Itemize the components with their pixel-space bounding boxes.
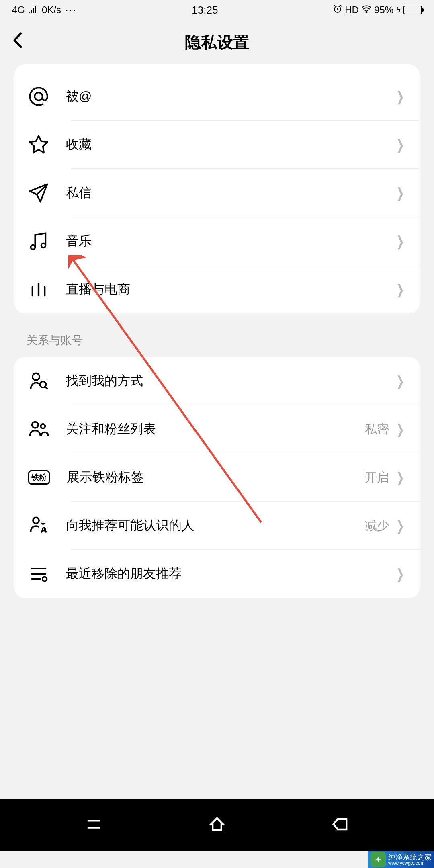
person-search-icon (28, 371, 49, 391)
svg-point-8 (41, 424, 45, 428)
svg-point-9 (33, 517, 39, 523)
row-label: 收藏 (66, 136, 395, 154)
net-speed: 0K/s (42, 4, 61, 16)
chevron-right-icon: ❯ (396, 185, 404, 201)
card-privacy-items: 被@ ❯ 收藏 ❯ 私信 ❯ 音乐 ❯ (14, 64, 420, 313)
status-right: HD 95% ϟ (333, 4, 422, 16)
row-value: 私密 (365, 421, 389, 438)
history-icon (28, 563, 49, 584)
nav-home-icon[interactable] (207, 814, 227, 836)
signal-icon (29, 4, 38, 16)
svg-point-4 (41, 243, 46, 248)
row-label: 直播与电商 (66, 280, 395, 298)
row-find-me[interactable]: 找到我的方式 ❯ (14, 357, 420, 405)
row-music[interactable]: 音乐 ❯ (14, 217, 420, 265)
status-time: 13:25 (192, 4, 218, 16)
row-value: 开启 (365, 469, 389, 486)
system-navbar (0, 799, 434, 851)
network-type: 4G (12, 4, 25, 16)
row-removed-suggestions[interactable]: 最近移除的朋友推荐 ❯ (14, 550, 420, 598)
people-plus-icon (28, 515, 49, 536)
row-label: 找到我的方式 (66, 372, 389, 390)
alarm-icon (333, 4, 342, 16)
badge-icon: 铁粉 (28, 470, 50, 485)
row-live-ecommerce[interactable]: 直播与电商 ❯ (14, 265, 420, 313)
watermark-logo-icon: ✦ (371, 852, 386, 867)
page-header: 隐私设置 (0, 20, 434, 64)
chevron-right-icon: ❯ (396, 281, 404, 297)
battery-icon (403, 6, 422, 14)
group-icon (28, 419, 49, 440)
chevron-right-icon: ❯ (396, 566, 404, 582)
watermark-text: 纯净系统之家 www.ycwgty.com (388, 854, 432, 866)
status-bar: 4G 0K/s ··· 13:25 HD 95% ϟ (0, 0, 434, 20)
watermark: ✦ 纯净系统之家 www.ycwgty.com (368, 851, 434, 868)
row-label: 向我推荐可能认识的人 (66, 517, 365, 534)
chevron-right-icon: ❯ (396, 373, 404, 389)
row-label: 展示铁粉标签 (67, 469, 365, 486)
chevron-right-icon: ❯ (396, 137, 404, 153)
section-title-relations: 关系与账号 (14, 313, 420, 357)
row-messages[interactable]: 私信 ❯ (14, 169, 420, 217)
status-left: 4G 0K/s ··· (12, 4, 77, 16)
wifi-icon (361, 4, 372, 16)
plane-icon (28, 182, 49, 203)
chevron-right-icon: ❯ (396, 233, 404, 249)
chevron-right-icon: ❯ (396, 518, 404, 534)
row-label: 音乐 (66, 232, 395, 250)
svg-point-6 (40, 381, 46, 387)
svg-point-7 (32, 422, 38, 428)
row-label: 私信 (66, 184, 395, 202)
more-dots: ··· (65, 4, 77, 16)
svg-point-3 (31, 245, 35, 250)
chevron-right-icon: ❯ (396, 421, 404, 437)
battery-pct: 95% (374, 4, 393, 16)
svg-point-11 (43, 577, 47, 581)
music-icon (28, 231, 49, 252)
content: 被@ ❯ 收藏 ❯ 私信 ❯ 音乐 ❯ (0, 64, 434, 662)
chevron-right-icon: ❯ (396, 469, 404, 485)
nav-menu-icon[interactable] (83, 814, 104, 836)
row-value: 减少 (365, 518, 389, 534)
row-iron-fan-badge[interactable]: 铁粉 展示铁粉标签 开启 ❯ (14, 453, 420, 502)
hd-label: HD (345, 4, 359, 16)
card-relations: 找到我的方式 ❯ 关注和粉丝列表 私密 ❯ 铁粉 展示铁粉标签 开启 ❯ 向我推… (14, 357, 420, 598)
row-favorites[interactable]: 收藏 ❯ (14, 121, 420, 169)
nav-back-icon[interactable] (330, 814, 351, 836)
row-mention[interactable]: 被@ ❯ (14, 72, 420, 121)
svg-point-5 (33, 373, 39, 380)
svg-point-2 (35, 92, 43, 100)
bars-icon (28, 279, 49, 300)
row-label: 关注和粉丝列表 (66, 420, 365, 438)
row-follow-fans[interactable]: 关注和粉丝列表 私密 ❯ (14, 405, 420, 453)
charge-icon: ϟ (396, 5, 401, 15)
page-title: 隐私设置 (0, 31, 434, 53)
svg-point-1 (366, 12, 367, 13)
row-label: 最近移除的朋友推荐 (66, 565, 389, 583)
at-icon (28, 86, 49, 107)
star-icon (28, 134, 49, 155)
row-recommend-people[interactable]: 向我推荐可能认识的人 减少 ❯ (14, 502, 420, 550)
chevron-right-icon: ❯ (396, 88, 404, 104)
back-button[interactable] (12, 32, 24, 53)
row-label: 被@ (66, 88, 395, 105)
